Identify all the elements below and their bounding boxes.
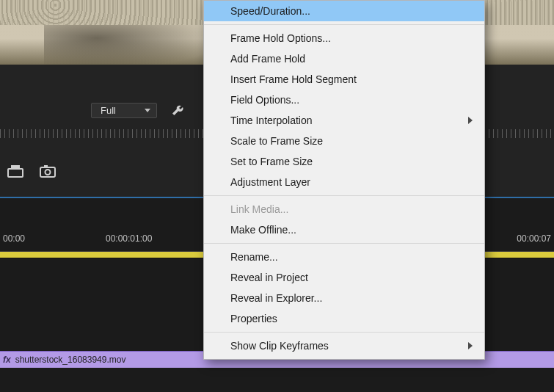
menu-item-label: Field Options... — [230, 94, 299, 106]
monitor-tools — [7, 164, 56, 178]
svg-rect-4 — [44, 165, 48, 167]
menu-item-label: Add Frame Hold — [230, 53, 305, 65]
menu-item[interactable]: Make Offline... — [204, 219, 484, 240]
preview-image — [44, 25, 220, 65]
menu-item-label: Link Media... — [230, 203, 288, 215]
resolution-dropdown[interactable]: Full — [91, 103, 157, 118]
clip-name: shutterstock_16083949.mov — [15, 355, 126, 365]
svg-rect-2 — [40, 167, 55, 177]
menu-item-label: Scale to Frame Size — [230, 135, 323, 147]
menu-item[interactable]: Time Interpolation — [204, 110, 484, 131]
menu-separator — [204, 195, 484, 196]
menu-item-label: Make Offline... — [230, 224, 296, 236]
menu-item[interactable]: Add Frame Hold — [204, 48, 484, 69]
menu-item[interactable]: Insert Frame Hold Segment — [204, 69, 484, 90]
menu-item[interactable]: Adjustment Layer — [204, 172, 484, 192]
export-frame-icon — [7, 164, 23, 178]
chevron-right-icon — [468, 342, 473, 349]
menu-item[interactable]: Show Clip Keyframes — [204, 335, 484, 356]
snapshot-button[interactable] — [40, 164, 56, 178]
menu-separator — [204, 243, 484, 244]
svg-rect-1 — [11, 165, 20, 169]
timecode-label: 00:00:07 — [517, 233, 551, 244]
menu-separator — [204, 332, 484, 333]
menu-separator — [204, 24, 484, 25]
menu-item-label: Properties — [230, 313, 277, 324]
menu-item[interactable]: Scale to Frame Size — [204, 131, 484, 151]
menu-item[interactable]: Speed/Duration... — [204, 1, 484, 21]
resolution-label: Full — [101, 105, 116, 116]
clip-context-menu: Speed/Duration...Frame Hold Options...Ad… — [203, 0, 485, 360]
menu-item[interactable]: Frame Hold Options... — [204, 28, 484, 48]
menu-item[interactable]: Properties — [204, 308, 484, 329]
export-frame-button[interactable] — [7, 164, 23, 178]
menu-item-label: Reveal in Project — [230, 272, 308, 283]
menu-item[interactable]: Field Options... — [204, 90, 484, 110]
settings-button[interactable] — [170, 104, 185, 118]
menu-item-label: Frame Hold Options... — [230, 32, 331, 44]
menu-item[interactable]: Reveal in Project — [204, 267, 484, 288]
menu-item-label: Insert Frame Hold Segment — [230, 73, 357, 85]
menu-item-label: Reveal in Explorer... — [230, 292, 322, 304]
fx-badge: fx — [3, 355, 11, 365]
menu-item-label: Show Clip Keyframes — [230, 340, 329, 352]
menu-item[interactable]: Rename... — [204, 247, 484, 267]
menu-item-label: Rename... — [230, 251, 278, 263]
menu-item-label: Time Interpolation — [230, 115, 313, 126]
menu-item-label: Speed/Duration... — [230, 5, 310, 17]
resolution-row: Full — [91, 103, 185, 118]
menu-item-label: Set to Frame Size — [230, 156, 313, 167]
svg-rect-0 — [8, 169, 23, 177]
menu-item[interactable]: Set to Frame Size — [204, 151, 484, 172]
chevron-right-icon — [468, 117, 473, 124]
menu-item: Link Media... — [204, 199, 484, 219]
wrench-icon — [170, 104, 185, 118]
svg-point-3 — [45, 170, 51, 175]
timecode-label: 00:00 — [3, 233, 106, 244]
camera-icon — [40, 164, 56, 178]
menu-item[interactable]: Reveal in Explorer... — [204, 288, 484, 308]
chevron-down-icon — [145, 109, 150, 112]
timecode-label: 00:00:01:00 — [106, 233, 208, 244]
menu-item-label: Adjustment Layer — [230, 176, 310, 188]
